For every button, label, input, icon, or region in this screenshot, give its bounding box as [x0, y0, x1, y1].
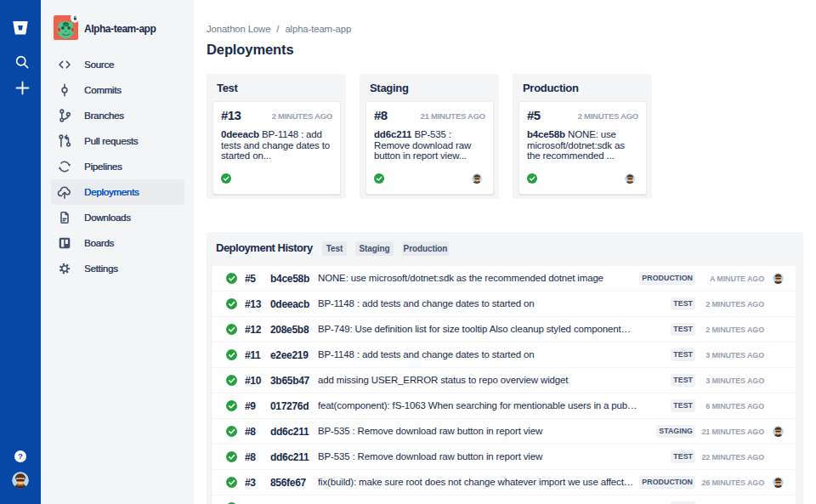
svg-text:?: ?	[18, 451, 23, 461]
